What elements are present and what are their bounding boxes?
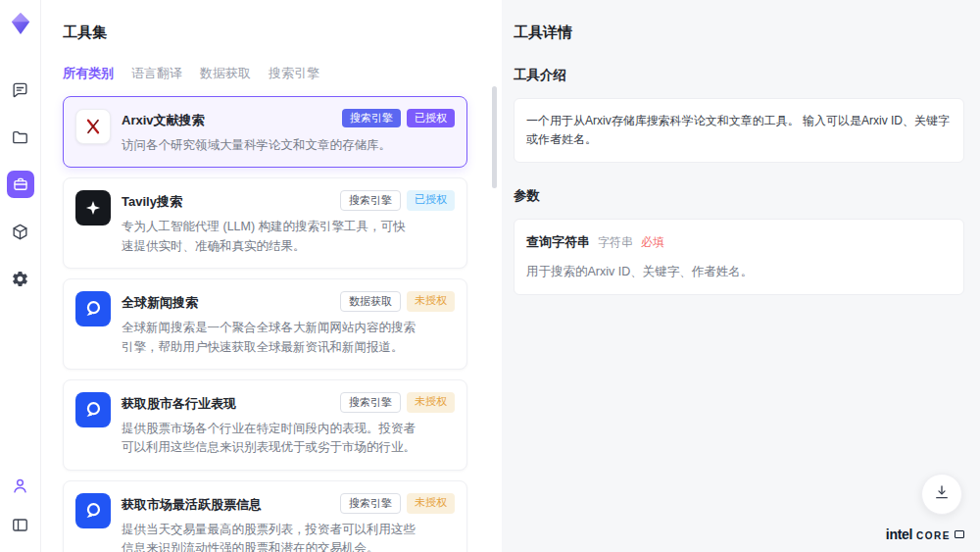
sidebar-item-profile[interactable] (7, 472, 34, 499)
intro-text: 一个用于从Arxiv存储库搜索科学论文和文章的工具。 输入可以是Arxiv ID… (526, 114, 950, 146)
param-head: 查询字符串 字符串 必填 (526, 232, 952, 253)
sidebar-nav (7, 76, 34, 292)
gear-icon (11, 270, 29, 288)
category-badge: 数据获取 (340, 291, 401, 312)
sidebar-item-tools[interactable] (7, 171, 34, 198)
intel-brand-text: intel (886, 527, 912, 542)
tool-card-tavily[interactable]: Tavily搜索 搜索引擎 已授权 专为人工智能代理 (LLM) 构建的搜索引擎… (63, 177, 467, 269)
download-button[interactable] (921, 474, 962, 515)
q-bubble-icon (75, 291, 111, 326)
auth-badge: 未授权 (407, 392, 455, 413)
tool-card-global-news[interactable]: 全球新闻搜索 数据获取 未授权 全球新闻搜索是一个聚合全球各大新闻网站内容的搜索… (63, 278, 467, 370)
tool-detail-panel: 工具详情 工具介绍 一个用于从Arxiv存储库搜索科学论文和文章的工具。 输入可… (502, 0, 980, 552)
q-bubble-icon (75, 392, 111, 427)
intro-card: 一个用于从Arxiv存储库搜索科学论文和文章的工具。 输入可以是Arxiv ID… (514, 98, 964, 163)
tool-name: Arxiv文献搜索 (122, 109, 205, 129)
tool-card-arxiv[interactable]: Arxiv文献搜索 搜索引擎 已授权 访问各个研究领域大量科学论文和文章的存储库… (63, 96, 467, 168)
tool-card-active-stocks[interactable]: 获取市场最活跃股票信息 搜索引擎 未授权 提供当天交易量最高的股票列表，投资者可… (63, 480, 467, 552)
download-icon (933, 483, 951, 505)
auth-badge: 未授权 (407, 291, 455, 312)
category-badge: 搜索引擎 (340, 392, 401, 413)
tool-name: 获取股市各行业表现 (122, 392, 236, 413)
user-icon (11, 477, 29, 495)
param-required-badge: 必填 (641, 233, 664, 252)
intro-heading: 工具介绍 (514, 67, 964, 84)
param-card: 查询字符串 字符串 必填 用于搜索的Arxiv ID、关键字、作者姓名。 (514, 219, 964, 295)
category-badge: 搜索引擎 (342, 109, 401, 127)
app-window: 工具集 所有类别 语言翻译 数据获取 搜索引擎 Arxiv文献搜索 (0, 0, 980, 552)
tab-translation[interactable]: 语言翻译 (131, 65, 182, 82)
app-logo-icon (10, 12, 31, 35)
tool-list-panel: 工具集 所有类别 语言翻译 数据获取 搜索引擎 Arxiv文献搜索 (41, 0, 502, 552)
briefcase-icon (12, 176, 29, 193)
sidebar-item-chat[interactable] (7, 76, 34, 104)
scrollbar[interactable] (492, 86, 497, 539)
sidebar (0, 0, 41, 552)
auth-badge: 未授权 (407, 493, 455, 514)
sidebar-bottom (7, 472, 34, 538)
tavily-star-icon (75, 190, 111, 226)
tab-search-engine[interactable]: 搜索引擎 (269, 65, 319, 82)
params-heading: 参数 (514, 187, 964, 205)
tool-description: 专为人工智能代理 (LLM) 构建的搜索引擎工具，可快速提供实时、准确和真实的结… (122, 218, 416, 256)
scrollbar-thumb[interactable] (492, 86, 497, 188)
q-bubble-icon (75, 493, 111, 528)
intel-core-logo: intel CORE (886, 527, 964, 542)
core-brand-text: CORE (916, 530, 951, 541)
auth-badge: 已授权 (407, 190, 455, 211)
tool-description: 访问各个研究领域大量科学论文和文章的存储库。 (122, 136, 416, 155)
tool-name: 全球新闻搜索 (122, 291, 198, 312)
sidebar-item-plugins[interactable] (7, 218, 34, 245)
tool-name: 获取市场最活跃股票信息 (122, 493, 262, 514)
folder-icon (11, 128, 29, 147)
sidebar-item-collapse[interactable] (7, 511, 34, 538)
tool-description: 提供股票市场各个行业在特定时间段内的表现。投资者可以利用这些信息来识别表现优于或… (122, 420, 416, 458)
sidebar-item-settings[interactable] (7, 265, 34, 292)
param-type: 字符串 (598, 233, 633, 252)
tab-data-fetch[interactable]: 数据获取 (200, 65, 251, 82)
chat-icon (11, 81, 29, 100)
category-badge: 搜索引擎 (340, 190, 401, 211)
sidebar-item-files[interactable] (7, 124, 34, 151)
arxiv-logo-icon (75, 109, 111, 144)
intel-badge-box-icon (955, 530, 964, 538)
param-name: 查询字符串 (526, 232, 590, 253)
tool-name: Tavily搜索 (122, 190, 182, 211)
tab-all-categories[interactable]: 所有类别 (63, 65, 114, 82)
tool-description: 提供当天交易量最高的股票列表，投资者可以利用这些信息来识别流动性强的股票和潜在的… (122, 521, 416, 552)
category-tabs: 所有类别 语言翻译 数据获取 搜索引擎 (63, 65, 502, 82)
detail-title: 工具详情 (514, 24, 964, 42)
page-title: 工具集 (63, 24, 502, 42)
tool-description: 全球新闻搜索是一个聚合全球各大新闻网站内容的搜索引擎，帮助用户快速获取全球最新资… (122, 319, 416, 357)
param-description: 用于搜索的Arxiv ID、关键字、作者姓名。 (526, 262, 952, 281)
tool-card-list: Arxiv文献搜索 搜索引擎 已授权 访问各个研究领域大量科学论文和文章的存储库… (63, 96, 467, 552)
category-badge: 搜索引擎 (340, 493, 401, 514)
auth-badge: 已授权 (407, 109, 455, 127)
sidebar-panel-icon (11, 516, 29, 534)
box-icon (11, 223, 29, 241)
tool-card-sector-performance[interactable]: 获取股市各行业表现 搜索引擎 未授权 提供股票市场各个行业在特定时间段内的表现。… (63, 379, 467, 471)
